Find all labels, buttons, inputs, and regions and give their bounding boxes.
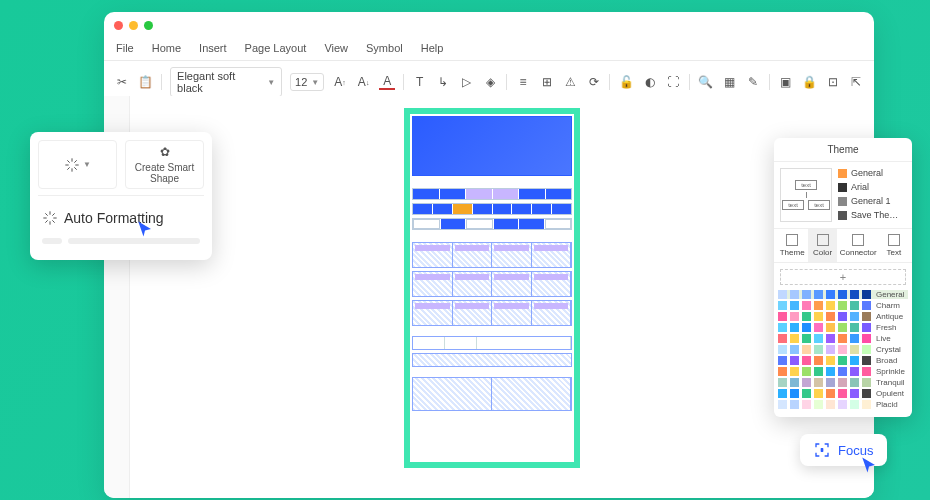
palette-row[interactable]: Sprinkle [778,367,908,376]
lock-icon[interactable]: 🔒 [801,74,817,90]
distribute-icon[interactable]: ⊞ [539,74,555,90]
palette-row[interactable]: Broad [778,356,908,365]
tab-label: Connector [840,248,877,257]
palette-row[interactable]: General [778,290,908,299]
font-color-icon[interactable]: A [379,74,395,90]
auto-formatting-popover: ▼ ✿ Create Smart Shape Auto Formatting [30,132,212,260]
menubar: File Home Insert Page Layout View Symbol… [104,38,874,61]
palette-swatch [802,378,811,387]
svg-rect-16 [821,448,824,452]
theme-category-item[interactable]: General [838,168,906,178]
chevron-down-icon: ▼ [267,78,275,87]
server-rack-shape[interactable] [404,108,580,468]
export-icon[interactable]: ⇱ [848,74,864,90]
palette-row[interactable]: Crystal [778,345,908,354]
menu-symbol[interactable]: Symbol [366,42,403,54]
text-tool-icon[interactable]: T [412,74,428,90]
palette-swatch [862,345,871,354]
chevron-down-icon: ▼ [83,160,91,169]
menu-page-layout[interactable]: Page Layout [245,42,307,54]
category-swatch-icon [838,183,847,192]
palette-label: Sprinkle [876,367,905,376]
palette-swatch [838,389,847,398]
palette-swatch [778,345,787,354]
font-select[interactable]: Elegant soft black ▼ [170,67,282,97]
palette-label: Tranquil [876,378,905,387]
palette-row[interactable]: Charm [778,301,908,310]
palette-swatch [862,367,871,376]
tab-label: Theme [780,248,805,257]
group-icon[interactable]: ▣ [778,74,794,90]
rack-ports-row [412,218,572,230]
pen-icon[interactable]: ✎ [745,74,761,90]
grid-icon[interactable]: ⊡ [825,74,841,90]
focus-icon [814,442,830,458]
decrease-font-icon[interactable]: A↓ [356,74,372,90]
theme-tab-text[interactable]: Text [880,229,908,262]
menu-home[interactable]: Home [152,42,181,54]
close-traffic-icon[interactable] [114,21,123,30]
spark-icon [42,210,58,226]
theme-tab-theme[interactable]: Theme [778,229,806,262]
palette-row[interactable]: Live [778,334,908,343]
palette-swatch [862,290,871,299]
palette-swatch [838,301,847,310]
palette-swatch [802,367,811,376]
palette-swatch [802,345,811,354]
rack-controller [412,336,572,350]
menu-file[interactable]: File [116,42,134,54]
menu-insert[interactable]: Insert [199,42,227,54]
triangle-icon[interactable]: ⚠ [562,74,578,90]
align-icon[interactable]: ≡ [515,74,531,90]
crop-icon[interactable]: ⛶ [666,74,682,90]
maximize-traffic-icon[interactable] [144,21,153,30]
search-icon[interactable]: 🔍 [698,74,714,90]
font-size-select[interactable]: 12 ▼ [290,73,324,91]
category-swatch-icon [838,197,847,206]
spark-dropdown[interactable]: ▼ [38,140,117,189]
palette-swatch [814,389,823,398]
menu-view[interactable]: View [324,42,348,54]
create-smart-shape-button[interactable]: ✿ Create Smart Shape [125,140,204,189]
connector-tool-icon[interactable]: ↳ [436,74,452,90]
palette-row[interactable]: Tranquil [778,378,908,387]
layers-icon[interactable]: ◈ [483,74,499,90]
theme-preview[interactable]: text text text [780,168,832,222]
rack-server-1 [412,242,572,268]
palette-swatch [838,367,847,376]
cut-icon[interactable]: ✂ [114,74,130,90]
increase-font-icon[interactable]: A↑ [332,74,348,90]
canvas[interactable] [130,96,874,498]
rotate-icon[interactable]: ⟳ [586,74,602,90]
theme-tab-connector[interactable]: Connector [839,229,878,262]
auto-formatting-slider[interactable] [42,238,200,244]
theme-category-item[interactable]: General 1 [838,196,906,206]
paste-icon[interactable]: 📋 [138,74,154,90]
auto-formatting-row[interactable]: Auto Formatting [42,210,200,226]
menu-help[interactable]: Help [421,42,444,54]
palette-label: General [876,290,904,299]
pointer-tool-icon[interactable]: ▷ [459,74,475,90]
theme-tab-color[interactable]: Color [808,229,836,262]
palette-swatch [790,345,799,354]
palette-row[interactable]: Opulent [778,389,908,398]
palette-swatch [850,378,859,387]
app-window: File Home Insert Page Layout View Symbol… [104,12,874,498]
theme-category-item[interactable]: Save The… [838,210,906,220]
palette-row[interactable]: Fresh [778,323,908,332]
theme-panel-title: Theme [774,138,912,162]
shadow-icon[interactable]: ◐ [642,74,658,90]
add-palette-button[interactable]: + [780,269,906,285]
palette-swatch [778,312,787,321]
fill-icon[interactable]: 🔓 [618,74,634,90]
minimize-traffic-icon[interactable] [129,21,138,30]
palette-swatch [790,290,799,299]
table-icon[interactable]: ▦ [722,74,738,90]
palette-row[interactable]: Placid [778,400,908,409]
palette-swatch [778,367,787,376]
chevron-down-icon: ▼ [311,78,319,87]
palette-row[interactable]: Antique [778,312,908,321]
palette-swatch [802,312,811,321]
theme-category-item[interactable]: Arial [838,182,906,192]
palette-swatch [862,323,871,332]
